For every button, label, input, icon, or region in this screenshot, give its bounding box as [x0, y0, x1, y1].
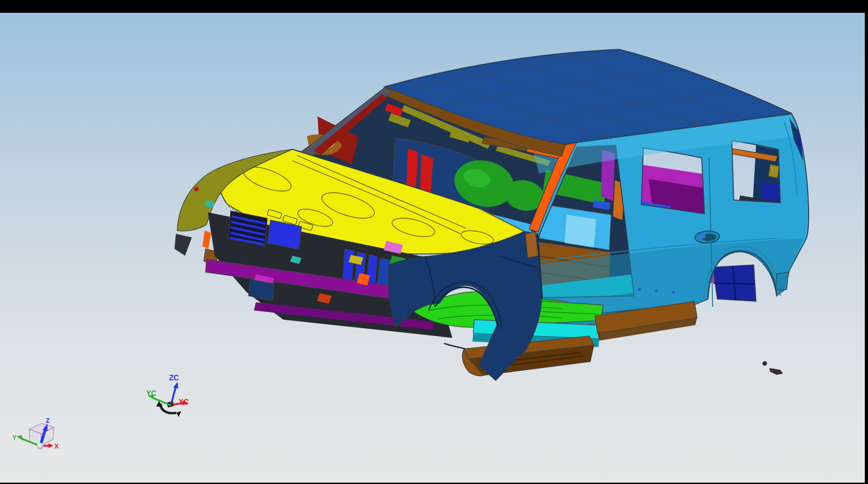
debris-parts[interactable] [762, 361, 783, 375]
d-pillar-interior[interactable] [729, 145, 782, 206]
right-black-bar [865, 0, 868, 484]
view-triad[interactable]: Z Y X [12, 417, 59, 450]
cad-application-screen: ZC YC XC [0, 0, 868, 484]
fender-dark-bit [175, 234, 192, 256]
quarter-tab-olive[interactable] [768, 164, 779, 178]
rear-wheelhouse[interactable] [709, 265, 756, 301]
wcs-z-label: ZC [169, 374, 179, 382]
fender-orange-sliver [202, 231, 211, 249]
top-black-bar [0, 0, 868, 13]
wcs-z-axis[interactable] [171, 386, 176, 405]
wcs-x-label: XC [179, 398, 189, 406]
view-y-arrowhead [16, 435, 22, 440]
view-y-label: Y [12, 434, 17, 441]
graphics-viewport[interactable]: ZC YC XC [0, 13, 865, 483]
wcs-z-arrowhead [173, 382, 178, 389]
car-body-model[interactable] [175, 49, 809, 380]
floor-highlight [565, 215, 596, 247]
front-rod [444, 343, 465, 349]
view-x-label: X [54, 442, 59, 450]
view-z-label: Z [46, 417, 50, 424]
view-x-arrowhead [48, 443, 53, 448]
wcs-triad[interactable]: ZC YC XC [146, 374, 189, 417]
wcs-y-label: YC [146, 389, 157, 397]
rear-lower-tab [776, 272, 789, 290]
fender-red-dot [194, 187, 199, 191]
view-origin-sphere[interactable] [37, 443, 44, 450]
